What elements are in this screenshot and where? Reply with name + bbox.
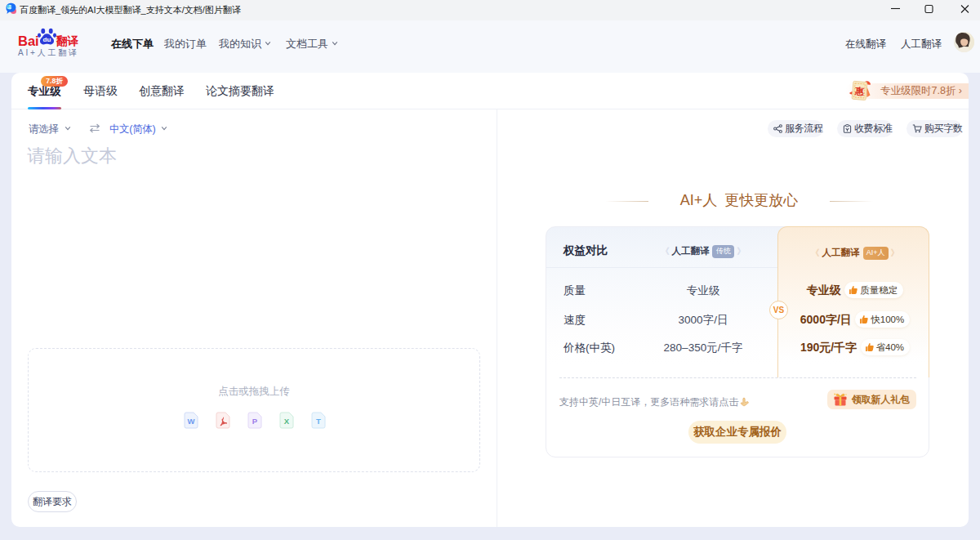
- svg-text:P: P: [252, 417, 258, 426]
- svg-text:W: W: [188, 417, 195, 426]
- svg-text:du: du: [43, 36, 51, 43]
- svg-text:X: X: [284, 417, 290, 426]
- svg-text:T: T: [316, 417, 321, 426]
- svg-text:译: 译: [7, 4, 11, 10]
- svg-text:惠: 惠: [853, 86, 865, 96]
